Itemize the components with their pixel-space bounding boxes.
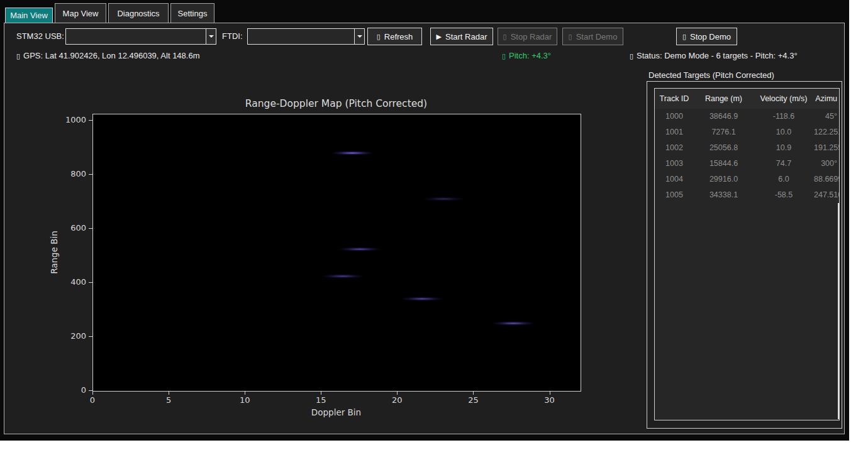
x-tick-mark <box>473 391 474 395</box>
gps-status-text: ▯GPS: Lat 41.902426, Lon 12.496039, Alt … <box>16 51 200 60</box>
table-cell: 45° <box>814 109 839 124</box>
y-tick-mark <box>89 228 92 229</box>
column-header-track-id[interactable]: Track ID <box>655 89 694 109</box>
table-cell: 6.0 <box>754 172 814 187</box>
status-icon: ▯ <box>630 52 633 60</box>
table-cell: 191.2552 <box>814 140 839 156</box>
y-tick-mark <box>89 282 92 283</box>
table-row[interactable]: 100534338.1-58.5247.5104 <box>655 187 839 203</box>
start-radar-icon: ▶ <box>437 33 442 40</box>
refresh-icon: ▯ <box>377 33 381 40</box>
refresh-button[interactable]: ▯Refresh <box>367 28 422 45</box>
y-tick-label: 800 <box>57 169 86 179</box>
table-cell: -118.6 <box>754 109 814 124</box>
table-cell: 1000 <box>655 109 694 124</box>
tab-main-view[interactable]: Main View <box>5 8 53 23</box>
x-tick-label: 15 <box>316 395 326 405</box>
x-tick-mark <box>321 391 321 395</box>
table-cell: 247.5104 <box>814 187 839 203</box>
table-row[interactable]: 100038646.9-118.645° <box>655 109 839 124</box>
table-cell: 300° <box>814 156 839 172</box>
table-cell: 1004 <box>655 172 694 187</box>
tab-settings[interactable]: Settings <box>170 3 214 23</box>
start-demo-button-label: Start Demo <box>576 32 618 41</box>
table-cell: 88.66998 <box>814 172 839 187</box>
target-streak <box>393 296 451 302</box>
y-tick-label: 200 <box>57 331 86 341</box>
dropdown-arrow-icon[interactable] <box>354 29 364 44</box>
refresh-button-label: Refresh <box>384 32 413 41</box>
x-tick-label: 25 <box>468 395 479 405</box>
y-tick-label: 400 <box>57 277 86 287</box>
target-streak <box>415 196 472 202</box>
table-cell: 7276.1 <box>694 124 754 140</box>
table-cell: 74.7 <box>754 156 814 172</box>
x-tick-mark <box>169 391 169 395</box>
table-cell: 1002 <box>655 140 694 156</box>
table-cell: 1001 <box>655 124 694 140</box>
x-tick-label: 0 <box>90 395 95 405</box>
start-demo-icon: ▯ <box>569 33 572 40</box>
stop-radar-icon: ▯ <box>503 33 507 40</box>
page-background: Main ViewMap ViewDiagnosticsSettings STM… <box>0 0 868 450</box>
target-streak <box>314 273 372 279</box>
target-streak <box>323 150 381 156</box>
x-tick-mark <box>92 391 93 395</box>
table-row[interactable]: 100315844.674.7300° <box>655 156 839 172</box>
table-cell: 34338.1 <box>694 187 754 203</box>
table-header-row: Track IDRange (m)Velocity (m/s)Azimu <box>655 89 839 109</box>
stop-demo-button-label: Stop Demo <box>690 32 731 41</box>
x-tick-label: 20 <box>392 395 403 405</box>
x-tick-mark <box>397 391 398 395</box>
targets-panel-title: Detected Targets (Pitch Corrected) <box>648 70 774 80</box>
x-axis-label: Doppler Bin <box>92 407 580 417</box>
target-streak <box>331 246 389 252</box>
y-tick-label: 1000 <box>57 115 86 125</box>
table-row[interactable]: 10017276.110.0122.2510 <box>655 124 839 140</box>
start-radar-button-label: Start Radar <box>445 32 487 41</box>
y-tick-label: 0 <box>57 385 86 395</box>
chart-title: Range-Doppler Map (Pitch Corrected) <box>92 98 580 109</box>
column-header-velocity-m-s-[interactable]: Velocity (m/s) <box>754 89 814 109</box>
stop-radar-button-label: Stop Radar <box>511 32 552 41</box>
table-cell: 10.0 <box>754 124 814 140</box>
tab-diagnostics[interactable]: Diagnostics <box>108 3 169 23</box>
column-header-azimu[interactable]: Azimu <box>814 89 839 109</box>
pitch-indicator: ▯Pitch: +4.3° <box>502 51 551 60</box>
start-radar-button[interactable]: ▶Start Radar <box>430 28 493 45</box>
table-cell: 10.9 <box>754 140 814 156</box>
x-tick-label: 5 <box>166 395 171 405</box>
table-cell: 1003 <box>655 156 694 172</box>
table-row[interactable]: 100225056.810.9191.2552 <box>655 140 839 156</box>
column-header-range-m-[interactable]: Range (m) <box>694 89 754 109</box>
table-row[interactable]: 100429916.06.088.66998 <box>655 172 839 187</box>
stop-demo-icon: ▯ <box>682 33 686 40</box>
compass-icon: ▯ <box>502 52 506 60</box>
stm32-usb-combobox[interactable] <box>65 28 216 45</box>
stop-demo-button[interactable]: ▯Stop Demo <box>676 28 737 45</box>
x-tick-label: 30 <box>544 395 555 405</box>
stm32-usb-label: STM32 USB: <box>16 31 64 42</box>
x-tick-label: 10 <box>240 395 250 405</box>
demo-status-text: ▯Status: Demo Mode - 6 targets - Pitch: … <box>630 51 798 60</box>
table-cell: 29916.0 <box>694 172 754 187</box>
table-scrollbar[interactable] <box>838 203 839 419</box>
target-streak <box>484 321 542 326</box>
y-tick-mark <box>89 174 92 175</box>
table-cell: 38646.9 <box>694 109 754 124</box>
tab-map-view[interactable]: Map View <box>55 3 106 23</box>
gps-icon: ▯ <box>16 52 20 60</box>
range-doppler-plot <box>92 114 581 392</box>
targets-table: Track IDRange (m)Velocity (m/s)Azimu 100… <box>654 88 840 420</box>
start-demo-button[interactable]: ▯Start Demo <box>562 28 623 45</box>
table-cell: 25056.8 <box>694 140 754 156</box>
ftdi-combobox[interactable] <box>247 28 365 45</box>
y-tick-mark <box>89 336 92 337</box>
stop-radar-button[interactable]: ▯Stop Radar <box>498 28 557 45</box>
x-tick-mark <box>245 391 245 395</box>
main-view-panel: STM32 USB: FTDI: ▯GPS: Lat 41.902426, Lo… <box>4 23 845 434</box>
y-tick-label: 600 <box>57 223 86 233</box>
y-tick-mark <box>89 120 92 121</box>
dropdown-arrow-icon[interactable] <box>206 29 216 44</box>
x-tick-mark <box>550 391 550 395</box>
